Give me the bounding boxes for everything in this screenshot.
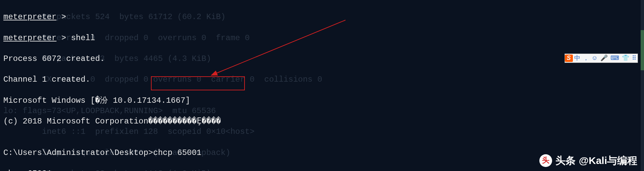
- prompt-suffix: >: [56, 12, 66, 21]
- terminal-output[interactable]: meterpreter > meterpreter > shell Proces…: [0, 0, 644, 171]
- meterpreter-prompt-line: meterpreter >: [3, 12, 641, 22]
- cmd-prompt-path: C:\Users\Administrator\Desktop>: [3, 148, 153, 157]
- prompt-suffix: >: [56, 33, 71, 42]
- watermark-handle: @Kali与编程: [579, 154, 637, 167]
- chcp-command: chcp 65001: [153, 148, 201, 157]
- windows-version-line: Microsoft Windows [�汾 10.0.17134.1667]: [3, 95, 641, 106]
- shell-command: shell: [71, 33, 95, 42]
- ime-punctuation-toggle[interactable]: ，: [582, 54, 590, 63]
- ime-grid-icon[interactable]: ⠿: [631, 54, 638, 63]
- meterpreter-prompt: meterpreter: [3, 12, 56, 21]
- scrollbar-track[interactable]: [641, 0, 644, 171]
- ime-logo-icon[interactable]: S: [565, 55, 573, 62]
- ime-language-toggle[interactable]: 中: [573, 54, 582, 63]
- copyright-line: (c) 2018 Microsoft Corporation����������…: [3, 116, 641, 126]
- ime-toolbar[interactable]: S 中 ， ☺ 🎤 ⌨ 👕 ⠿: [565, 54, 638, 63]
- chcp-echo-line: chcp 65001: [3, 168, 641, 171]
- watermark: 头 头条 @Kali与编程: [539, 154, 637, 167]
- meterpreter-prompt: meterpreter: [3, 33, 56, 42]
- ime-skin-icon[interactable]: 👕: [621, 54, 631, 63]
- watermark-label: 头条: [555, 154, 576, 167]
- ime-keyboard-icon[interactable]: ⌨: [609, 54, 621, 63]
- ime-emoji-icon[interactable]: ☺: [590, 54, 599, 63]
- channel-created-line: Channel 1 created.: [3, 74, 641, 85]
- watermark-logo-icon: 头: [539, 154, 552, 167]
- process-created-line: Process 6072 created.: [3, 54, 641, 64]
- scrollbar-thumb[interactable]: [641, 30, 644, 70]
- meterpreter-shell-line: meterpreter > shell: [3, 33, 641, 43]
- ime-mic-icon[interactable]: 🎤: [599, 54, 609, 63]
